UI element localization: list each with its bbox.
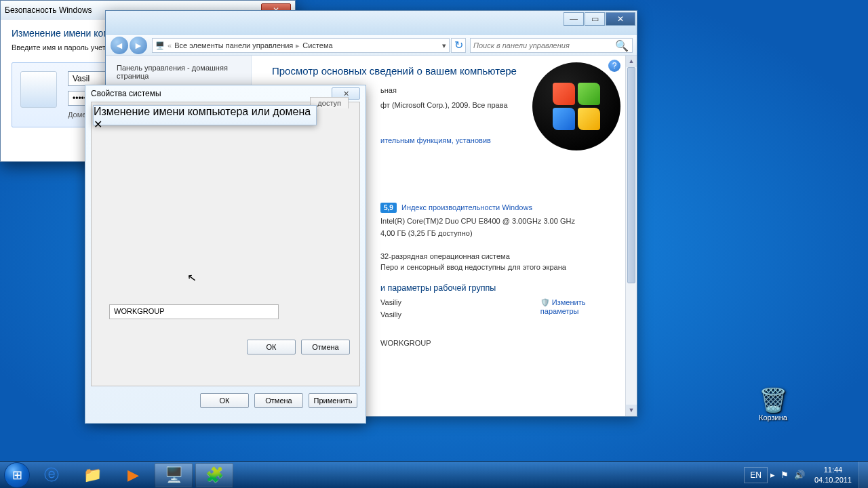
cpu-value: Intel(R) Core(TM)2 Duo CPU E8400 @ 3.00G… [380, 217, 625, 225]
nav-back-button[interactable]: ◄ [111, 37, 128, 54]
scroll-up-icon[interactable]: ▲ [626, 56, 637, 67]
tray-flag-icon[interactable]: ▸ [770, 470, 775, 480]
sysprop-ok-button[interactable]: ОК [200, 393, 249, 408]
ram-value: 4,00 ГБ (3,25 ГБ доступно) [380, 229, 625, 237]
name-change-dialog: Изменение имени компьютера или домена ✕ [93, 105, 317, 125]
breadcrumb[interactable]: 🖥️ « Все элементы панели управления ▸ Си… [152, 38, 450, 53]
system-properties-dialog: Свойства системы ✕ доступ WORKGROUP ОК О… [85, 85, 366, 424]
start-button[interactable] [4, 462, 30, 488]
wei-link[interactable]: Индекс производительности Windows [401, 203, 532, 211]
search-input[interactable] [471, 41, 612, 49]
scroll-thumb[interactable] [627, 67, 635, 283]
nav-forward-button[interactable]: ► [130, 37, 147, 54]
clock-date: 04.10.2011 [814, 475, 852, 485]
workgroup-heading: и параметры рабочей группы [380, 283, 625, 293]
security-title-text: Безопасность Windows [5, 5, 92, 15]
computer-name-value: Vasiliy [380, 298, 540, 306]
workgroup-field[interactable]: WORKGROUP [109, 304, 279, 319]
tray-volume-icon[interactable]: 🔊 [794, 470, 805, 480]
taskbar-ie-icon[interactable]: ⓔ [33, 463, 71, 487]
windows-logo [532, 62, 620, 150]
scrollbar[interactable]: ▲ ▼ [625, 56, 637, 416]
namechange-title-text: Изменение имени компьютера или домена [94, 106, 311, 117]
titlebar[interactable]: — ▭ ✕ [106, 11, 637, 35]
sysprop-cancel-button[interactable]: Отмена [254, 393, 303, 408]
taskbar-mediaplayer-icon[interactable]: ▶ [114, 463, 152, 487]
namechange-titlebar[interactable]: Изменение имени компьютера или домена ✕ [94, 106, 316, 131]
recycle-bin-icon[interactable]: 🗑️ Корзина [746, 386, 800, 422]
minimize-button[interactable]: — [564, 12, 584, 26]
show-desktop-button[interactable] [859, 462, 868, 489]
wei-score-badge: 5,9 [380, 203, 397, 213]
taskbar-explorer-icon[interactable]: 📁 [73, 463, 111, 487]
taskbar: ⓔ 📁 ▶ 🖥️ 🧩 EN ▸ ⚑ 🔊 11:44 04.10.2011 [0, 461, 868, 488]
sidebar-home-link[interactable]: Панель управления - домашняя страница [117, 64, 245, 80]
pen-value: Перо и сенсорный ввод недоступны для это… [380, 263, 625, 271]
language-indicator[interactable]: EN [744, 467, 768, 483]
namechange-close-button[interactable]: ✕ [94, 119, 102, 130]
breadcrumb-current[interactable]: Система [302, 41, 332, 49]
taskbar-system-window[interactable]: 🖥️ [155, 463, 193, 487]
taskbar-app-window[interactable]: 🧩 [195, 463, 233, 487]
breadcrumb-icon: 🖥️ [155, 41, 165, 50]
arch-value: 32-разрядная операционная система [380, 252, 625, 260]
namechange-cancel-button[interactable]: Отмена [301, 340, 350, 354]
sysprop-apply-button[interactable]: Применить [309, 393, 357, 408]
nav-toolbar: ◄ ► 🖥️ « Все элементы панели управления … [106, 35, 637, 56]
namechange-ok-button[interactable]: ОК [247, 340, 296, 354]
breadcrumb-root[interactable]: Все элементы панели управления [174, 41, 293, 49]
recycle-bin-label: Корзина [746, 413, 800, 422]
maximize-button[interactable]: ▭ [585, 12, 605, 26]
clock-time: 11:44 [814, 465, 852, 474]
user-avatar-icon [20, 71, 57, 108]
scroll-down-icon[interactable]: ▼ [626, 405, 637, 416]
shield-icon: 🛡️ [540, 298, 550, 306]
full-name-value: Vasiliy [380, 310, 540, 319]
workgroup-value: WORKGROUP [380, 339, 540, 347]
trash-icon: 🗑️ [746, 386, 800, 413]
refresh-button[interactable]: ↻ [451, 38, 466, 53]
taskbar-clock[interactable]: 11:44 04.10.2011 [808, 465, 859, 485]
tray-action-center-icon[interactable]: ⚑ [781, 470, 789, 480]
search-box[interactable]: 🔍 [470, 38, 633, 53]
close-button[interactable]: ✕ [606, 12, 635, 26]
sysprop-title-text: Свойства системы [91, 89, 161, 98]
search-icon[interactable]: 🔍 [612, 39, 632, 52]
